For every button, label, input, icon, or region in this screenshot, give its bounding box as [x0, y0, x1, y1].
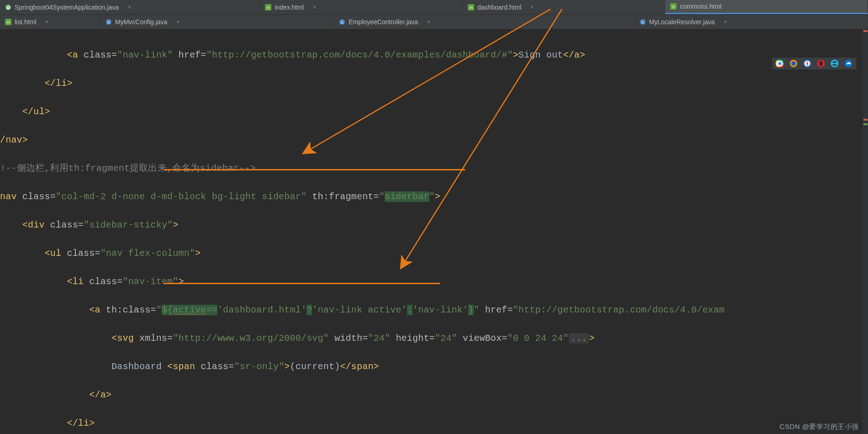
tab-label: Springboot04SystemApplication.java: [15, 4, 119, 11]
close-icon[interactable]: ×: [427, 19, 430, 25]
editor-gutter[interactable]: [863, 29, 868, 434]
html-icon: H: [265, 4, 272, 11]
tab-list[interactable]: H list.html ×: [0, 15, 101, 29]
tab-bar-2: H list.html × C MyMvcConfig.java × C Emp…: [0, 15, 868, 29]
tab-label: list.html: [15, 18, 36, 26]
svg-text:H: H: [470, 5, 473, 10]
dashboard-text: Dashboard: [111, 361, 167, 372]
comment: !--侧边栏,利用th:fragment提取出来,命名为sidebar-->: [0, 163, 256, 174]
tab-label: EmployeeController.java: [349, 18, 418, 26]
href: http://getbootstrap.com/docs/4.0/example…: [212, 50, 508, 60]
chrome-icon[interactable]: [776, 59, 784, 68]
xmlns: http://www.w3.org/2000/svg: [178, 333, 323, 344]
li-class: nav-item: [128, 276, 173, 287]
svg-point-22: [778, 62, 782, 65]
nav-class: col-md-2 d-none d-md-block bg-light side…: [61, 191, 301, 202]
div-class: sidebar-sticky: [89, 220, 167, 230]
html-icon: H: [467, 4, 475, 11]
firefox-icon[interactable]: [789, 59, 798, 68]
class-icon: C: [639, 18, 646, 26]
tab-label: MyMvcConfig.java: [115, 18, 167, 26]
close-icon[interactable]: ×: [724, 19, 727, 25]
watermark: CSDN @爱学习的王小强: [780, 423, 859, 431]
svg-text:H: H: [267, 5, 270, 10]
tab-commons[interactable]: H commons.html: [665, 0, 868, 14]
svg-point-28: [819, 61, 823, 66]
href-bootstrap: http://getbootstrap.com/docs/4.0/exam: [519, 305, 725, 315]
tab-locale[interactable]: C MyLocaleResolver.java ×: [635, 15, 868, 29]
browser-preview-bar: [772, 57, 857, 70]
tab-index[interactable]: H index.html ×: [260, 0, 463, 14]
svg-point-24: [791, 61, 796, 66]
svg-text:H: H: [7, 20, 10, 25]
close-icon[interactable]: ×: [45, 19, 48, 25]
svg-text:✿: ✿: [6, 5, 10, 10]
svg-text:C: C: [341, 20, 344, 25]
underline-2: [164, 283, 440, 284]
tab-label: commons.html: [680, 3, 721, 10]
svg-text:C: C: [641, 20, 644, 25]
close-icon[interactable]: ×: [530, 4, 534, 11]
ul-class: nav flex-column: [106, 248, 190, 259]
edge-icon[interactable]: [844, 59, 852, 68]
safari-icon[interactable]: [803, 59, 811, 68]
tab-bar-1: ✿ Springboot04SystemApplication.java × H…: [0, 0, 868, 15]
html-icon: H: [5, 18, 12, 26]
tab-employee[interactable]: C EmployeeController.java ×: [334, 15, 634, 29]
underline-1: [164, 169, 465, 170]
close-icon[interactable]: ×: [176, 19, 180, 25]
link-text: Sign out: [519, 50, 563, 60]
class-icon: C: [105, 18, 112, 26]
tab-label: dashboard.html: [477, 4, 522, 11]
tab-dashboard[interactable]: H dashboard.html ×: [463, 0, 666, 14]
class-icon: C: [339, 18, 346, 26]
html-icon: H: [670, 3, 677, 10]
java-icon: ✿: [5, 4, 12, 11]
tab-mymvc[interactable]: C MyMvcConfig.java ×: [101, 15, 334, 29]
tab-label: MyLocaleResolver.java: [649, 18, 715, 26]
tab-label: index.html: [275, 4, 304, 11]
fragment-name: siderbar: [385, 191, 429, 202]
ie-icon[interactable]: [831, 59, 839, 68]
tab-springboot[interactable]: ✿ Springboot04SystemApplication.java ×: [0, 0, 260, 14]
svg-text:H: H: [672, 5, 675, 9]
svg-text:C: C: [107, 20, 111, 25]
close-icon[interactable]: ×: [313, 4, 316, 11]
fold-icon[interactable]: ...: [569, 333, 589, 344]
close-icon[interactable]: ×: [128, 4, 131, 11]
current-text: (current): [290, 361, 340, 372]
opera-icon[interactable]: [817, 59, 825, 68]
code-editor[interactable]: <a class="nav-link" href="http://getboot…: [0, 29, 868, 434]
